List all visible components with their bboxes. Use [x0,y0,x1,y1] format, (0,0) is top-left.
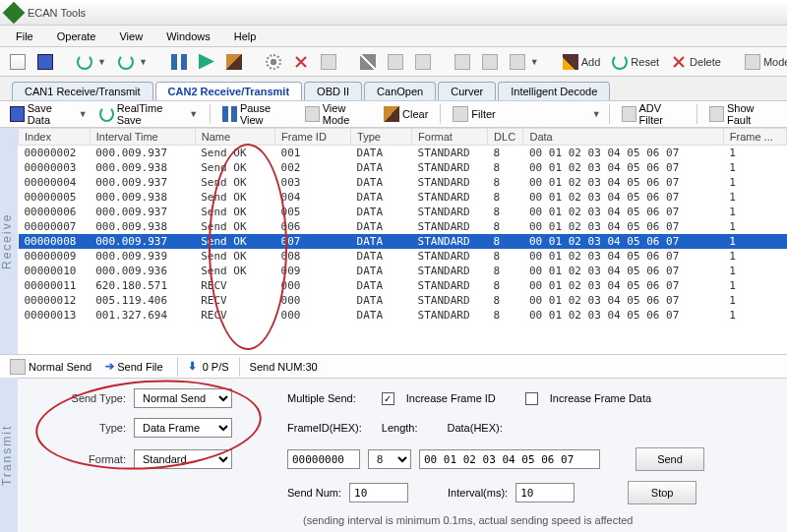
increase-frame-data-checkbox[interactable] [525,392,538,405]
tool-a-button[interactable] [317,52,340,72]
menu-windows[interactable]: Windows [154,30,222,42]
tab-obd2[interactable]: OBD II [304,82,362,100]
data-input[interactable] [419,449,600,469]
tab-canopen[interactable]: CanOpen [364,82,436,100]
separator [440,104,441,124]
refresh-button[interactable]: ▼ [73,52,110,72]
interval-input[interactable] [515,483,575,502]
reset-button[interactable]: Reset [608,52,663,72]
send-type-select[interactable]: Normal Send [134,388,232,408]
play-button[interactable] [195,52,218,72]
menu-file[interactable]: File [4,30,45,42]
increase-frame-id-checkbox[interactable]: ✓ [382,392,394,405]
brush-icon [226,54,242,70]
new-button[interactable] [6,52,30,72]
delete-button[interactable]: Delete [667,52,725,72]
send-button[interactable]: Send [636,447,704,471]
table-row[interactable]: 00000004000.009.937Send OK003DATASTANDAR… [19,175,787,190]
filter-button[interactable]: Filter [449,104,499,124]
menu-help[interactable]: Help [222,30,269,42]
column-header[interactable]: DLC [488,129,523,146]
menu-operate[interactable]: Operate [45,30,108,42]
tab-can2[interactable]: CAN2 Receive/Transmit [155,82,303,100]
table-row[interactable]: 00000011620.180.571RECV000DATASTANDARD80… [19,278,787,293]
separator [177,357,178,377]
add-button[interactable]: Add [559,52,605,72]
realtime-icon [99,106,114,122]
table-row[interactable]: 00000006000.009.937Send OK005DATASTANDAR… [19,205,787,219]
cell: RECV [195,278,274,293]
cell: STANDARD [412,264,488,278]
save-button[interactable] [33,52,57,72]
column-header[interactable]: Data [523,129,723,146]
view-mode-button[interactable]: View Mode [301,100,376,128]
stop-button[interactable]: Stop [628,481,696,504]
realtime-save-button[interactable]: RealTime Save▼ [95,100,202,128]
column-header[interactable]: Type [351,129,412,146]
tool-d-button[interactable]: ▼ [506,52,543,72]
table-row[interactable]: 00000008000.009.937Send OK007DATASTANDAR… [19,234,787,249]
save-icon [10,106,25,122]
tool-b-button[interactable] [451,52,474,72]
cut-button[interactable] [356,52,380,72]
cell: DATA [351,308,412,323]
cell: 00 01 02 03 04 05 06 07 [523,249,723,264]
cell: Send OK [195,219,274,234]
table-row[interactable]: 00000010000.009.936Send OK009DATASTANDAR… [19,264,787,278]
cell: STANDARD [412,219,488,234]
tab-can1[interactable]: CAN1 Receive/Transmit [12,82,153,100]
adv-filter-button[interactable]: ADV Filter [618,100,689,128]
table-row[interactable]: 00000003000.009.938Send OK002DATASTANDAR… [19,160,787,175]
cell: 1 [723,278,786,293]
cell: STANDARD [412,205,488,219]
cell: 00 01 02 03 04 05 06 07 [523,293,723,308]
column-header[interactable]: Frame ID [275,129,351,146]
menu-view[interactable]: View [107,30,154,42]
normal-send-tab[interactable]: Normal Send [6,357,95,377]
mode-button[interactable]: Mode [741,52,787,72]
tool-x-button[interactable] [289,52,313,72]
column-header[interactable]: Frame ... [723,129,786,146]
tab-intelligent-decode[interactable]: Intelligent Decode [498,82,610,100]
table-row[interactable]: 00000013001.327.694RECV000DATASTANDARD80… [19,308,787,323]
cell: 001 [275,146,351,161]
table-row[interactable]: 00000002000.009.937Send OK001DATASTANDAR… [19,146,787,161]
transmit-side-tab[interactable]: Transmit [0,378,18,532]
copy-button[interactable] [384,52,407,72]
cell: 000.009.938 [90,190,195,205]
message-grid[interactable]: IndexInterval TimeNameFrame IDTypeFormat… [18,128,787,354]
cell: DATA [351,190,412,205]
format-select[interactable]: Standard [134,449,232,469]
column-header[interactable]: Name [195,129,274,146]
table-row[interactable]: 00000005000.009.938Send OK004DATASTANDAR… [19,190,787,205]
table-row[interactable]: 00000007000.009.938Send OK006DATASTANDAR… [19,219,787,234]
cell: 1 [723,249,786,264]
settings-button[interactable] [262,52,285,72]
table-row[interactable]: 00000012005.119.406RECV000DATASTANDARD80… [19,293,787,308]
reload-button[interactable]: ▼ [114,52,151,72]
cell: 00000002 [19,146,91,161]
tool-c-button[interactable] [478,52,502,72]
frameid-input[interactable] [287,449,360,469]
pause-view-button[interactable]: Pause View [218,100,297,128]
send-num-input[interactable] [349,483,408,502]
save-data-button[interactable]: Save Data▼ [6,100,91,128]
column-header[interactable]: Format [412,129,488,146]
receive-side-tab[interactable]: Receive [0,128,18,354]
cell: 00 01 02 03 04 05 06 07 [523,264,723,278]
brush-button[interactable] [222,52,246,72]
tab-curver[interactable]: Curver [438,82,496,100]
pause-button[interactable] [167,52,191,72]
cell: 8 [488,175,523,190]
paste-button[interactable] [411,52,435,72]
clear-button[interactable]: Clear [380,104,432,124]
show-fault-button[interactable]: Show Fault [705,100,781,128]
cell: Send OK [195,160,274,175]
table-row[interactable]: 00000009000.009.939Send OK008DATASTANDAR… [19,249,787,264]
length-select[interactable]: 8 [368,449,411,469]
send-type-label: Send Type: [57,392,126,404]
column-header[interactable]: Index [19,129,91,146]
type-select[interactable]: Data Frame [134,418,232,438]
send-file-tab[interactable]: ➔Send File [101,358,166,375]
column-header[interactable]: Interval Time [90,129,195,146]
